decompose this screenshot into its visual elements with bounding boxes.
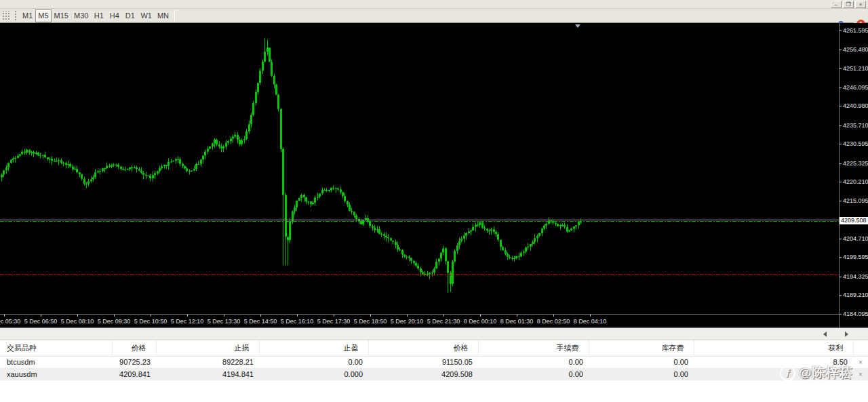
- price-tick-label: 4256.480: [843, 46, 868, 53]
- current-price-label: 4209.508: [840, 217, 868, 224]
- price-tick-label: 4246.095: [843, 84, 868, 91]
- symbol-cell: xauusdm: [0, 368, 112, 380]
- position-row: xauusdm4209.8414194.8410.0004209.5080.00…: [0, 368, 868, 380]
- column-header[interactable]: 价格: [368, 340, 478, 356]
- timeframe-button-m1[interactable]: M1: [20, 9, 35, 22]
- time-axis-tick: [224, 315, 224, 317]
- time-tick-label: 5 Dec 21:30: [423, 318, 464, 325]
- price-tick-label: 4204.710: [843, 235, 868, 242]
- column-header[interactable]: 止损: [156, 340, 259, 356]
- price-axis[interactable]: 4209.508 4261.5954256.4804251.2104246.09…: [839, 23, 868, 328]
- timeframe-button-h1[interactable]: H1: [91, 9, 106, 22]
- time-tick-label: 5 Dec 18:50: [350, 318, 391, 325]
- value-cell: 4209.841: [112, 368, 156, 380]
- value-cell: 0.00: [589, 368, 694, 380]
- time-tick-label: 8 Dec 02:50: [533, 318, 574, 325]
- timeframe-button-mn[interactable]: MN: [155, 9, 172, 22]
- timeframe-button-w1[interactable]: W1: [138, 9, 155, 22]
- title-bar: –❐×: [0, 0, 868, 9]
- price-axis-tick: [840, 201, 842, 201]
- table-header-row: 交易品种价格止损止盈价格手续费库存费获利: [0, 340, 868, 356]
- candlestick-chart[interactable]: [0, 23, 839, 314]
- value-cell: 8.50: [694, 356, 853, 368]
- price-axis-tick: [840, 106, 842, 106]
- value-cell: 0.00: [589, 356, 694, 368]
- price-tick-label: 4235.710: [843, 122, 868, 129]
- time-axis-tick: [517, 315, 517, 317]
- timeframe-buttons: M1M5M15M30H1H4D1W1MN: [20, 9, 172, 23]
- time-axis-tick: [187, 315, 188, 317]
- time-tick-label: 5 Dec 17:30: [313, 318, 354, 325]
- time-axis-tick: [407, 315, 408, 317]
- time-axis-tick: [151, 315, 151, 317]
- window-controls: –❐×: [831, 1, 866, 8]
- timeframes-toolbar: M1M5M15M30H1H4D1W1MN 1: [0, 9, 868, 23]
- value-cell: 90725.23: [112, 356, 156, 368]
- price-axis-tick: [840, 295, 842, 296]
- value-cell: 4209.508: [368, 368, 478, 380]
- restore-button[interactable]: ❐: [843, 1, 854, 8]
- value-cell: [694, 368, 853, 380]
- price-axis-tick: [840, 49, 842, 50]
- close-position-icon[interactable]: ×: [853, 356, 868, 368]
- time-axis-tick: [297, 315, 298, 317]
- column-header[interactable]: 交易品种: [0, 340, 112, 356]
- time-axis-tick: [590, 315, 591, 317]
- time-tick-label: 5 Dec 08:10: [57, 318, 98, 325]
- minimize-button[interactable]: –: [831, 1, 842, 8]
- symbol-cell: btcusdm: [0, 356, 112, 368]
- price-tick-label: 4220.210: [843, 178, 868, 185]
- value-cell: 0.00: [478, 368, 589, 380]
- value-cell: 0.00: [259, 356, 368, 368]
- column-header-spacer: [853, 340, 868, 356]
- timeframe-button-m30[interactable]: M30: [71, 9, 91, 22]
- time-tick-label: 5 Dec 16:10: [277, 318, 317, 325]
- timeframe-button-m15[interactable]: M15: [52, 9, 71, 22]
- timeframe-button-h4[interactable]: H4: [106, 9, 122, 22]
- column-header[interactable]: 获利: [694, 340, 853, 356]
- price-axis-tick: [840, 144, 842, 144]
- close-position-icon[interactable]: ×: [853, 368, 868, 380]
- time-tick-label: 5 Dec 09:30: [94, 318, 134, 325]
- time-tick-label: 8 Dec 01:30: [496, 318, 537, 325]
- price-tick-label: 4215.095: [843, 197, 868, 204]
- value-cell: 91150.05: [368, 356, 478, 368]
- position-row: btcusdm90725.2389228.210.0091150.050.000…: [0, 356, 868, 368]
- time-tick-label: 5 Dec 06:50: [20, 318, 61, 325]
- time-axis-tick: [77, 315, 78, 317]
- timeframe-button-m5[interactable]: M5: [35, 9, 51, 22]
- time-tick-label: 5 Dec 20:10: [387, 318, 427, 325]
- toolbar-handle-icon[interactable]: [14, 10, 17, 21]
- price-tick-label: 4184.095: [843, 310, 868, 317]
- price-tick-label: 4251.210: [843, 65, 868, 72]
- timeframe-button-d1[interactable]: D1: [122, 9, 138, 22]
- column-header[interactable]: 止盈: [259, 340, 368, 356]
- price-tick-label: 4194.325: [843, 273, 868, 280]
- time-axis-tick: [553, 315, 554, 317]
- time-axis-tick: [370, 315, 371, 317]
- column-header[interactable]: 价格: [112, 340, 156, 356]
- time-axis-tick: [41, 315, 41, 317]
- column-header[interactable]: 库存费: [589, 340, 694, 356]
- time-axis[interactable]: 5 Dec 05:305 Dec 06:505 Dec 08:105 Dec 0…: [0, 314, 839, 328]
- price-axis-tick: [840, 314, 842, 315]
- price-axis-tick: [840, 163, 842, 164]
- price-tick-label: 4199.595: [843, 254, 868, 260]
- scroll-right-icon[interactable]: [845, 331, 848, 337]
- value-cell: 4194.841: [156, 368, 259, 380]
- price-axis-tick: [840, 68, 842, 69]
- price-axis-tick: [840, 125, 842, 126]
- column-header[interactable]: 手续费: [478, 340, 589, 356]
- toolbar-separator: [174, 10, 175, 22]
- time-axis-tick: [260, 315, 261, 317]
- time-tick-label: 5 Dec 14:50: [240, 318, 281, 325]
- price-axis-tick: [840, 277, 842, 277]
- scroll-left-icon[interactable]: [823, 331, 827, 337]
- price-axis-tick: [840, 239, 842, 239]
- last-bar-marker-icon: [575, 24, 580, 28]
- horizontal-scrollbar[interactable]: [0, 328, 868, 340]
- time-axis-tick: [334, 315, 334, 317]
- toolbar-grip-icon[interactable]: [1, 11, 10, 21]
- price-tick-label: 4230.595: [843, 140, 868, 147]
- close-button[interactable]: ×: [855, 1, 866, 8]
